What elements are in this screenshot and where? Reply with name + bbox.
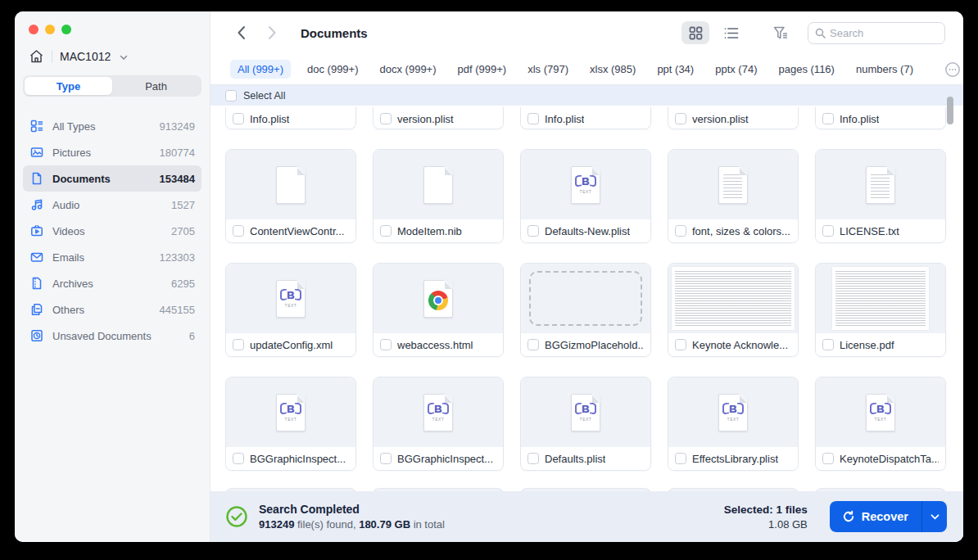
file-card[interactable]: BTEXT EffectsLibrary.plist	[668, 377, 799, 471]
window-controls	[15, 11, 210, 34]
file-checkbox[interactable]	[822, 113, 834, 124]
zoom-window-button[interactable]	[61, 25, 71, 34]
minimize-window-button[interactable]	[45, 25, 55, 34]
file-card[interactable]: BTEXT Defaults.plist	[520, 377, 651, 471]
file-checkbox[interactable]	[675, 453, 686, 464]
chevron-down-icon[interactable]	[120, 49, 128, 64]
sidebar-item-label: Documents	[52, 173, 160, 185]
file-checkbox[interactable]	[675, 113, 686, 124]
file-card[interactable]: LICENSE.txt	[815, 149, 946, 243]
file-name: Info.plist	[545, 113, 584, 125]
home-icon[interactable]	[29, 49, 44, 64]
filter-tab-xls[interactable]: xls (797)	[527, 63, 568, 75]
file-card[interactable]	[225, 488, 356, 491]
tab-type[interactable]: Type	[25, 77, 112, 95]
file-card[interactable]: BTEXT BGGraphicInspect...	[373, 377, 504, 471]
status-subtitle: 913249 file(s) found, 180.79 GB in total	[259, 518, 713, 531]
device-name[interactable]: MAC1012	[60, 50, 111, 63]
select-all-checkbox[interactable]	[225, 90, 237, 102]
text-document-icon	[866, 166, 895, 204]
file-card[interactable]: BTEXT KeynoteDispatchTa...	[815, 377, 946, 471]
file-name: font, sizes & colors...	[692, 225, 790, 237]
file-checkbox[interactable]	[527, 339, 539, 350]
filter-tab-doc[interactable]: doc (999+)	[307, 63, 359, 75]
filter-tab-numbers[interactable]: numbers (7)	[856, 63, 913, 75]
file-checkbox[interactable]	[380, 225, 392, 237]
filter-tab-xlsx[interactable]: xlsx (985)	[590, 63, 636, 75]
file-grid: Info.plist version.plist Info.plist vers…	[211, 106, 963, 491]
file-checkbox[interactable]	[380, 453, 392, 464]
file-checkbox[interactable]	[380, 339, 392, 350]
filter-tab-ppt[interactable]: ppt (34)	[657, 63, 694, 75]
file-card[interactable]: BGGizmoPlacehold...	[520, 263, 651, 357]
file-checkbox[interactable]	[822, 453, 834, 464]
list-view-button[interactable]	[718, 21, 745, 44]
sidebar-item-emails[interactable]: Emails 123303	[23, 244, 201, 270]
bbedit-caption: TEXT	[285, 417, 297, 422]
file-card[interactable]: Info.plist	[225, 107, 356, 129]
grid-view-button[interactable]	[681, 21, 709, 44]
file-card[interactable]: webaccess.html	[373, 263, 504, 357]
recover-dropdown-button[interactable]	[922, 501, 947, 532]
filter-tab-pages[interactable]: pages (116)	[779, 63, 835, 75]
file-row-sliver	[225, 488, 963, 491]
file-card[interactable]: font, sizes & colors...	[668, 149, 799, 243]
filter-funnel-icon[interactable]	[768, 21, 793, 44]
file-checkbox[interactable]	[527, 225, 539, 237]
file-card[interactable]	[815, 488, 946, 491]
recover-button[interactable]: Recover	[830, 501, 921, 532]
placeholder-icon	[529, 271, 642, 326]
file-card[interactable]: Keynote Acknowle...	[668, 263, 799, 357]
filter-tab-pptx[interactable]: pptx (74)	[715, 63, 757, 75]
file-card[interactable]: version.plist	[373, 107, 504, 129]
file-card[interactable]: BTEXT updateConfig.xml	[225, 263, 356, 357]
tab-path[interactable]: Path	[112, 77, 200, 95]
file-name: BGGizmoPlacehold...	[545, 339, 644, 351]
sidebar-item-documents[interactable]: Documents 153484	[23, 165, 201, 192]
file-card[interactable]: ContentViewContr...	[225, 149, 356, 243]
recover-split-button: Recover	[830, 501, 947, 532]
file-checkbox[interactable]	[675, 225, 686, 237]
file-checkbox[interactable]	[527, 113, 539, 124]
sidebar-item-archives[interactable]: Archives 6295	[23, 270, 201, 296]
text-preview-thumbnail	[672, 267, 795, 330]
file-card[interactable]: License.pdf	[815, 263, 946, 357]
file-card[interactable]	[668, 488, 799, 491]
filter-tab-all[interactable]: All (999+)	[230, 60, 291, 79]
filter-tab-pdf[interactable]: pdf (999+)	[458, 63, 507, 75]
file-card[interactable]: Info.plist	[520, 107, 651, 129]
sidebar-item-others[interactable]: Others 445155	[23, 296, 201, 323]
file-checkbox[interactable]	[233, 113, 244, 124]
file-card[interactable]	[373, 488, 504, 491]
file-checkbox[interactable]	[380, 113, 392, 124]
sidebar-item-audio[interactable]: Audio 1527	[23, 192, 201, 218]
more-filters-ellipsis-icon[interactable]	[944, 61, 961, 78]
file-card[interactable]: BTEXT Defaults-New.plist	[520, 149, 651, 243]
filter-tab-docx[interactable]: docx (999+)	[380, 63, 437, 75]
scrollbar-thumb[interactable]	[947, 97, 953, 124]
sidebar-item-all-types[interactable]: All Types 913249	[23, 113, 201, 139]
file-card[interactable]: version.plist	[668, 107, 799, 129]
file-card[interactable]: ModeItem.nib	[373, 149, 504, 243]
file-checkbox[interactable]	[233, 339, 244, 350]
file-checkbox[interactable]	[527, 453, 539, 464]
device-row: MAC1012	[15, 34, 210, 64]
close-window-button[interactable]	[29, 25, 38, 34]
bbedit-text-file-icon: BTEXT	[571, 166, 600, 204]
file-card[interactable]	[520, 488, 651, 491]
file-checkbox[interactable]	[822, 225, 834, 237]
file-checkbox[interactable]	[233, 453, 244, 464]
sidebar-item-videos[interactable]: Videos 2705	[23, 218, 201, 244]
forward-button[interactable]	[261, 22, 283, 43]
file-name: version.plist	[692, 113, 749, 125]
sidebar-item-pictures[interactable]: Pictures 180774	[23, 139, 201, 165]
file-checkbox[interactable]	[822, 339, 834, 350]
sidebar-item-label: Emails	[52, 251, 160, 264]
back-button[interactable]	[230, 22, 251, 43]
file-card[interactable]: Info.plist	[815, 107, 946, 129]
file-card[interactable]: BTEXT BGGraphicInspect...	[225, 377, 356, 471]
file-checkbox[interactable]	[233, 225, 244, 237]
search-input[interactable]	[830, 27, 938, 39]
file-checkbox[interactable]	[675, 339, 686, 350]
sidebar-item-unsaved-documents[interactable]: Unsaved Documents 6	[23, 323, 201, 349]
